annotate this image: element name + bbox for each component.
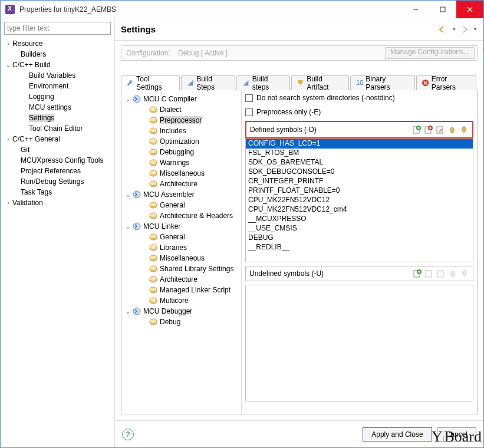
undefined-symbols-list[interactable] [245, 285, 473, 401]
defined-symbol-item[interactable]: CR_INTEGER_PRINTF [246, 177, 473, 186]
defined-symbol-item[interactable]: __USE_CMSIS [246, 224, 473, 233]
tab-build-steps[interactable]: Build steps [236, 75, 290, 90]
edit-symbol-button[interactable] [436, 269, 446, 278]
defined-symbol-item[interactable]: __MCUXPRESSO [246, 215, 473, 224]
category-item[interactable]: ›Logging [1, 91, 114, 102]
category-item[interactable]: ›Validation [1, 197, 114, 208]
defined-symbol-item[interactable]: SDK_DEBUGCONSOLE=0 [246, 167, 473, 177]
tool-tree-item[interactable]: Miscellaneous [121, 168, 241, 179]
add-symbol-button[interactable] [412, 125, 422, 134]
tool-tree-item[interactable]: Architecture [121, 274, 241, 285]
tool-tree-item[interactable]: Libraries [121, 242, 241, 253]
option-icon [149, 200, 158, 210]
defined-symbol-item[interactable]: CPU_MK22FN512VDC12 [246, 196, 473, 205]
nav-forward-button[interactable] [460, 25, 469, 34]
svg-point-38 [150, 266, 157, 271]
tool-tree-item[interactable]: Preprocessor [121, 115, 241, 126]
tab-error-parsers[interactable]: Error Parsers [416, 75, 476, 90]
preprocess-only-checkbox[interactable]: Preprocess only (-E) [245, 107, 473, 117]
close-button[interactable] [456, 1, 483, 18]
tool-tree-item[interactable]: Debugging [121, 147, 241, 157]
tool-tree-item[interactable]: ⌄MCU Linker [121, 221, 241, 232]
defined-symbol-item[interactable]: FSL_RTOS_BM [246, 149, 473, 158]
category-label: Settings [29, 114, 54, 122]
configuration-row: Configuration: Debug [ Active ] Manage C… [121, 45, 478, 61]
tool-tree-item[interactable]: General [121, 232, 241, 242]
minimize-button[interactable] [402, 1, 429, 18]
category-label: Project References [21, 167, 81, 175]
svg-point-20 [150, 160, 157, 164]
tool-tree-item[interactable]: General [121, 200, 241, 210]
add-symbol-button[interactable] [413, 269, 422, 278]
nostdinc-checkbox[interactable]: Do not search system directories (-nostd… [245, 93, 473, 103]
cancel-button[interactable]: Cancel [437, 427, 476, 442]
tool-tree-label: Miscellaneous [160, 169, 205, 177]
category-item[interactable]: ›C/C++ General [1, 134, 114, 144]
tool-tree-item[interactable]: Shared Library Settings [121, 263, 241, 274]
tab-build-steps[interactable]: Build Steps [181, 75, 235, 90]
category-item[interactable]: ›Run/Debug Settings [1, 176, 114, 187]
tool-tree-item[interactable]: Miscellaneous [121, 253, 241, 263]
category-tree[interactable]: ›Resource›Builders⌄C/C++ Build›Build Var… [1, 38, 114, 447]
apply-and-close-button[interactable]: Apply and Close [363, 427, 432, 442]
category-item[interactable]: ›Builders [1, 49, 114, 60]
tool-tree-item[interactable]: Dialect [121, 104, 241, 115]
category-item[interactable]: ›MCU settings [1, 102, 114, 113]
tool-tree-item[interactable]: Includes [121, 126, 241, 136]
defined-symbol-item[interactable]: PRINTF_FLOAT_ENABLE=0 [246, 186, 473, 196]
delete-symbol-button[interactable] [424, 125, 433, 134]
defined-symbol-item[interactable]: SDK_OS_BAREMETAL [246, 158, 473, 167]
svg-point-40 [150, 276, 157, 281]
category-item[interactable]: ›Task Tags [1, 187, 114, 197]
category-item[interactable]: ›Build Variables [1, 70, 114, 81]
category-item[interactable]: ›Settings [1, 113, 114, 123]
tab-binary-parsers[interactable]: 101Binary Parsers [350, 75, 414, 90]
chevron-down-icon: ⌄ [4, 61, 12, 68]
move-down-button[interactable] [460, 269, 469, 278]
edit-symbol-button[interactable] [436, 125, 445, 134]
move-down-button[interactable] [459, 125, 469, 134]
category-item[interactable]: ›Environment [1, 81, 114, 91]
tab-build-artifact[interactable]: Build Artifact [291, 75, 349, 90]
defined-symbol-item[interactable]: CPU_MK22FN512VDC12_cm4 [246, 205, 473, 215]
tool-tree-item[interactable]: ⌄MCU Assembler [121, 189, 241, 200]
tool-tree-item[interactable]: ⌄MCU C Compiler [121, 94, 241, 104]
tool-tree-item[interactable]: Managed Linker Script [121, 285, 241, 295]
defined-symbol-item[interactable]: __REDLIB__ [246, 243, 473, 252]
svg-point-10 [150, 107, 157, 111]
defined-symbols-list[interactable]: CONFIG_HAS_LCD=1FSL_RTOS_BMSDK_OS_BAREME… [245, 139, 473, 262]
category-item[interactable]: ⌄C/C++ Build [1, 60, 114, 70]
tool-tree-item[interactable]: Architecture [121, 179, 241, 189]
tool-tree-item[interactable]: Warnings [121, 157, 241, 168]
tab-label: Error Parsers [432, 75, 471, 91]
category-item[interactable]: ›Project References [1, 166, 114, 176]
move-up-button[interactable] [447, 125, 457, 134]
defined-symbol-item[interactable]: DEBUG [246, 233, 473, 243]
tool-tree-item[interactable]: Debug [121, 317, 241, 327]
help-button[interactable]: ? [122, 429, 134, 440]
category-item[interactable]: ›Tool Chain Editor [1, 123, 114, 134]
svg-point-42 [150, 287, 157, 292]
defined-symbol-item[interactable]: CONFIG_HAS_LCD=1 [246, 139, 473, 149]
category-item[interactable]: ›MCUXpresso Config Tools [1, 155, 114, 166]
maximize-button[interactable] [429, 1, 456, 18]
option-icon [149, 253, 158, 263]
category-item[interactable]: ›Resource [1, 38, 114, 49]
tool-tree[interactable]: ⌄MCU C CompilerDialectPreprocessorInclud… [121, 90, 242, 414]
delete-symbol-button[interactable] [424, 269, 434, 278]
tab-label: Build Artifact [307, 75, 344, 91]
tool-tree-item[interactable]: Multicore [121, 295, 241, 306]
nav-forward-dropdown-icon[interactable]: ▼ [473, 27, 478, 32]
move-up-button[interactable] [448, 269, 457, 278]
nav-back-button[interactable] [439, 25, 448, 34]
tool-tree-label: Libraries [160, 243, 187, 252]
manage-configurations-button[interactable]: Manage Configurations... [385, 47, 475, 59]
tool-tree-item[interactable]: ⌄MCU Debugger [121, 306, 241, 317]
category-item[interactable]: ›Git [1, 144, 114, 155]
svg-point-24 [150, 181, 157, 186]
nav-back-dropdown-icon[interactable]: ▼ [452, 27, 456, 32]
tab-tool-settings[interactable]: Tool Settings [121, 75, 180, 90]
filter-input[interactable] [4, 22, 111, 35]
tool-tree-item[interactable]: Architecture & Headers [121, 210, 241, 221]
tool-tree-item[interactable]: Optimization [121, 136, 241, 147]
